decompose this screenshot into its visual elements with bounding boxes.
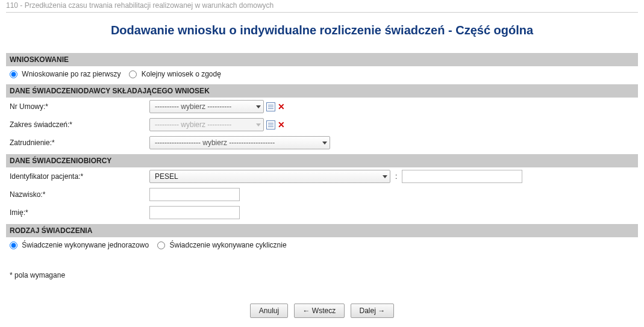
zatrudnienie-label: Zatrudnienie:* — [10, 139, 149, 147]
radio-jednorazowo-label[interactable]: Świadczenie wykonywane jednorazowo — [10, 241, 149, 249]
radio-pierwszy-raz[interactable] — [10, 70, 17, 78]
section-header-swiadczeniobiorcy: DANE ŚWIADCZENIOBIORCY — [6, 154, 638, 167]
radio-cyklicznie-text: Świadczenie wykonywane cyklicznie — [169, 241, 286, 249]
radio-cyklicznie[interactable] — [157, 241, 165, 249]
zakres-select-value: ---------- wybierz ---------- — [155, 120, 231, 129]
section-header-swiadczeniodawcy: DANE ŚWIADCZENIODAWCY SKŁADAJĄCEGO WNIOS… — [6, 84, 638, 98]
chevron-down-icon — [256, 123, 261, 126]
back-button[interactable]: ← Wstecz — [294, 304, 345, 318]
zakres-select[interactable]: ---------- wybierz ---------- — [149, 118, 264, 131]
list-icon[interactable] — [266, 102, 275, 111]
ident-type-select[interactable]: PESEL — [149, 170, 390, 183]
nr-umowy-select[interactable]: ---------- wybierz ---------- — [149, 100, 264, 113]
radio-cyklicznie-label[interactable]: Świadczenie wykonywane cyklicznie — [157, 241, 286, 249]
page-title: Dodawanie wniosku o indywidualne rozlicz… — [6, 23, 638, 37]
nazwisko-input[interactable] — [149, 188, 240, 201]
chevron-down-icon — [256, 105, 261, 108]
radio-jednorazowo-text: Świadczenie wykonywane jednorazowo — [22, 241, 149, 249]
radio-kolejny-text: Kolejny wniosek o zgodę — [142, 70, 221, 78]
radio-pierwszy-raz-label[interactable]: Wnioskowanie po raz pierwszy — [10, 70, 120, 78]
radio-jednorazowo[interactable] — [10, 241, 17, 249]
separator-colon: : — [393, 172, 399, 181]
rodzaj-radios: Świadczenie wykonywane jednorazowo Świad… — [6, 237, 638, 253]
radio-kolejny[interactable] — [129, 70, 137, 78]
zatrudnienie-select-value: ------------------- wybierz ------------… — [155, 139, 275, 147]
chevron-down-icon — [322, 142, 327, 145]
nr-umowy-select-value: ---------- wybierz ---------- — [155, 102, 231, 111]
zatrudnienie-select[interactable]: ------------------- wybierz ------------… — [149, 136, 330, 149]
list-icon[interactable] — [266, 120, 275, 129]
required-fields-note: * pola wymagane — [10, 271, 638, 279]
chevron-down-icon — [383, 175, 387, 178]
cancel-button[interactable]: Anuluj — [250, 304, 288, 318]
breadcrumb-description: 110 - Przedłużenia czasu trwania rehabil… — [6, 0, 638, 13]
radio-kolejny-label[interactable]: Kolejny wniosek o zgodę — [129, 70, 220, 78]
next-button[interactable]: Dalej → — [351, 304, 395, 318]
ident-value-input[interactable] — [402, 170, 522, 183]
nr-umowy-label: Nr Umowy:* — [10, 102, 149, 111]
ident-label: Identyfikator pacjenta:* — [10, 172, 149, 181]
clear-icon[interactable]: ✕ — [278, 120, 285, 129]
radio-pierwszy-raz-text: Wnioskowanie po raz pierwszy — [22, 70, 120, 78]
wnioskowanie-radios: Wnioskowanie po raz pierwszy Kolejny wni… — [6, 66, 638, 82]
zakres-label: Zakres świadczeń:* — [10, 120, 149, 129]
clear-icon[interactable]: ✕ — [278, 102, 285, 111]
nazwisko-label: Nazwisko:* — [10, 190, 149, 199]
imie-label: Imię:* — [10, 208, 149, 217]
button-bar: Anuluj ← Wstecz Dalej → — [6, 304, 638, 318]
section-header-rodzaj: RODZAJ ŚWIADCZENIA — [6, 224, 638, 237]
ident-type-value: PESEL — [155, 172, 178, 181]
imie-input[interactable] — [149, 206, 240, 219]
section-header-wnioskowanie: WNIOSKOWANIE — [6, 53, 638, 66]
